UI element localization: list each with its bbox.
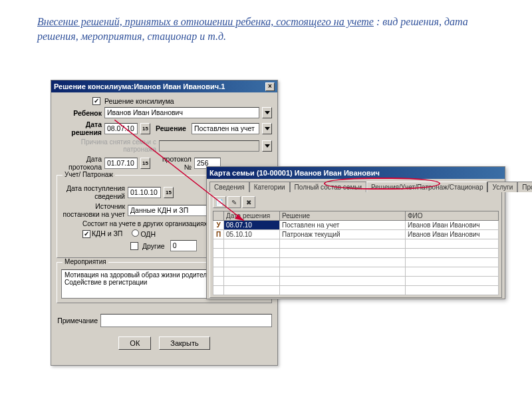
col-header[interactable]: ФИО (406, 211, 499, 221)
col-header[interactable]: Дата решения (224, 211, 280, 221)
tab-2[interactable]: Полный состав семьи (290, 182, 366, 192)
consilium-checkbox-label: Решение консилиума (104, 97, 174, 105)
child-dropdown-icon[interactable] (262, 107, 272, 118)
family-card-titlebar[interactable]: Карта семьи (10-00001) Иванов Иван Ивано… (207, 167, 505, 179)
table-row[interactable]: У08.07.10Поставлен на учетИванов Иван Ив… (213, 221, 499, 230)
note-field[interactable] (100, 314, 272, 327)
tab-3[interactable]: Решения/Учет/Патронаж/Стационар (366, 182, 487, 192)
decision-label: Решение (156, 124, 189, 132)
tab-4[interactable]: Услуги (487, 182, 517, 192)
calendar-icon[interactable]: 15 (164, 187, 174, 198)
other-org-label: Состоит на учете в других организациях (82, 220, 207, 227)
tab-1[interactable]: Категории (249, 182, 290, 192)
kdn-checkbox[interactable]: ✓КДН и ЗП (82, 229, 122, 238)
table-row[interactable] (213, 277, 499, 286)
source-label: Источник постановки на учет (61, 202, 125, 218)
table-row[interactable] (213, 286, 499, 295)
protocol-date-label: Дата протокола (57, 155, 102, 171)
table-row[interactable] (213, 258, 499, 267)
protocol-no-label: протокол № (153, 155, 192, 171)
decision-field[interactable]: Поставлен на учет (192, 123, 259, 134)
table-row[interactable] (213, 239, 499, 249)
table-row[interactable] (213, 267, 499, 277)
calendar-icon[interactable]: 15 (140, 123, 150, 134)
new-record-icon[interactable]: 📄 (213, 196, 226, 208)
close-button[interactable]: Закрыть (159, 336, 209, 350)
close-icon[interactable]: × (265, 82, 275, 91)
reason-field (159, 140, 259, 152)
odn-radio[interactable]: ОДН (132, 229, 156, 238)
reason-dropdown-icon (262, 140, 272, 152)
registration-group-legend: Учет/ Патронаж (63, 171, 115, 178)
decision-dialog-title: Решение консилиума:Иванов Иван Иванович.… (54, 82, 225, 90)
other-count-field[interactable]: 0 (170, 240, 197, 251)
page: Внесение решений, принятых в отношении р… (0, 0, 532, 399)
table-row[interactable] (213, 249, 499, 258)
family-card-dialog: Карта семьи (10-00001) Иванов Иван Ивано… (206, 166, 505, 299)
kdn-label: КДН и ЗП (92, 229, 122, 237)
heading-underlined: Внесение решений, принятых в отношении р… (37, 16, 374, 27)
col-header[interactable]: Решение (280, 211, 406, 221)
other-checkbox[interactable] (130, 242, 138, 250)
tab-0[interactable]: Сведения (209, 182, 249, 192)
activities-group-legend: Мероприятия (63, 258, 108, 265)
family-card-tabpanel: 📄 ✎ ✖ Дата решенияРешениеФИО У08.07.10По… (209, 192, 502, 298)
child-field[interactable]: Иванов Иван Иванович (104, 107, 259, 118)
info-date-field[interactable]: 01.10.10 (128, 187, 161, 198)
protocol-date-field[interactable]: 01.07.10 (104, 158, 138, 169)
decisions-table[interactable]: Дата решенияРешениеФИО У08.07.10Поставле… (213, 211, 499, 295)
page-heading: Внесение решений, принятых в отношении р… (37, 15, 495, 43)
table-row[interactable]: П05.10.10Патронаж текущийИванов Иван Ива… (213, 230, 499, 239)
reason-label: Причина снятия семьи с патронажа (57, 138, 156, 153)
family-card-toolbar: 📄 ✎ ✖ (213, 195, 499, 211)
decision-date-label: Дата решения (57, 120, 102, 136)
calendar-icon[interactable]: 15 (140, 158, 150, 169)
decision-dropdown-icon[interactable] (262, 123, 272, 134)
family-card-title: Карта семьи (10-00001) Иванов Иван Ивано… (209, 169, 380, 177)
edit-record-icon[interactable]: ✎ (227, 196, 241, 208)
delete-record-icon[interactable]: ✖ (242, 196, 255, 208)
decision-date-field[interactable]: 08.07.10 (104, 123, 138, 134)
col-header[interactable] (213, 211, 224, 221)
note-label: Примечание (57, 317, 98, 325)
tab-5[interactable]: Проделан (517, 182, 532, 192)
family-card-tabs: СведенияКатегорииПолный состав семьиРеше… (209, 181, 502, 192)
other-label: Другие (142, 242, 165, 250)
consilium-checkbox[interactable]: ✓ (92, 97, 100, 105)
child-label: Ребенок (57, 109, 102, 117)
info-date-label: Дата поступления сведений (61, 184, 125, 200)
ok-button[interactable]: ОК (118, 336, 151, 350)
decision-dialog-titlebar[interactable]: Решение консилиума:Иванов Иван Иванович.… (51, 80, 277, 92)
odn-label: ОДН (140, 230, 156, 238)
